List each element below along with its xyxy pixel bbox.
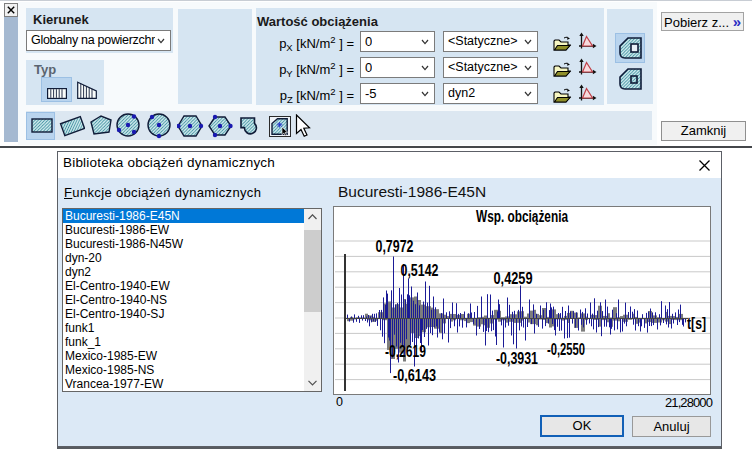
svg-text:0,4259: 0,4259 — [494, 270, 533, 287]
svg-text:0,7972: 0,7972 — [376, 238, 414, 255]
svg-text:t[s]: t[s] — [687, 315, 706, 332]
svg-text:-0,2619: -0,2619 — [385, 343, 426, 360]
svg-text:Wsp. obciążenia: Wsp. obciążenia — [476, 208, 568, 225]
svg-text:-0,2550: -0,2550 — [547, 341, 585, 358]
svg-text:-0,6143: -0,6143 — [393, 367, 436, 384]
svg-text:0,5142: 0,5142 — [401, 262, 439, 279]
svg-text:-0,3931: -0,3931 — [496, 350, 538, 367]
